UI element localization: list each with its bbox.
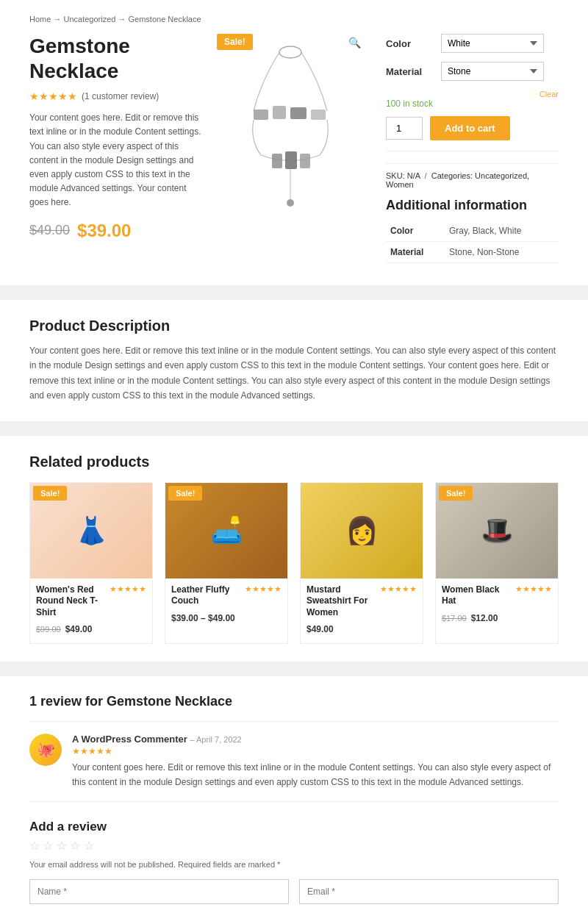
additional-info-table: Color Gray, Black, White Material Stone,…	[386, 221, 559, 263]
product-img-placeholder-3: 👩	[301, 483, 423, 578]
info-color-value: Gray, Black, White	[445, 221, 559, 242]
svg-rect-1	[254, 110, 268, 120]
product-description: Your content goes here. Edit or remove t…	[29, 111, 202, 209]
old-price: $49.00	[29, 223, 70, 238]
color-select[interactable]: White Gray Black	[441, 34, 544, 53]
card-title-4: Women Black Hat	[442, 584, 515, 607]
breadcrumb: Home → Uncategorized → Gemstone Necklace	[29, 15, 559, 24]
material-option-row: Material Stone Non-Stone	[386, 62, 559, 81]
review-header: A WordPress Commenter – April 7, 2022	[72, 734, 559, 745]
card-price-1: $99.00 $49.00	[36, 624, 146, 634]
in-stock-status: 100 in stock	[386, 98, 559, 109]
svg-rect-5	[272, 154, 282, 168]
magnify-icon[interactable]: 🔍	[348, 37, 361, 49]
svg-point-0	[279, 46, 301, 58]
quantity-input[interactable]	[386, 117, 423, 140]
name-field[interactable]	[29, 879, 289, 904]
qty-cart-row: Add to cart	[386, 116, 559, 140]
avatar-image: 🐙	[29, 734, 62, 766]
material-select[interactable]: Stone Non-Stone	[441, 62, 544, 81]
review-text: Your content goes here. Edit or remove t…	[72, 761, 559, 789]
page-wrapper: Home → Uncategorized → Gemstone Necklace…	[0, 0, 588, 910]
svg-point-8	[287, 199, 294, 207]
review-date: –	[190, 735, 196, 744]
info-material-label: Material	[386, 242, 445, 263]
review-count: (1 customer review)	[82, 91, 159, 101]
card-title-2: Leather Fluffy Couch	[171, 584, 245, 607]
svg-rect-7	[300, 154, 310, 168]
description-title: Product Description	[29, 318, 559, 334]
reviews-section: 1 review for Gemstone Necklace 🐙 A WordP…	[0, 676, 588, 910]
card-new-price-4: $12.00	[471, 613, 498, 623]
product-left: Gemstone Necklace ★★★★★ (1 customer revi…	[29, 34, 202, 263]
related-card-2[interactable]: Sale! 🛋️ Leather Fluffy Couch ★★★★★ $39.…	[165, 482, 288, 645]
sale-badge: Sale!	[217, 34, 253, 50]
card-title-stars-3: Mustard Sweatshirt For Women ★★★★★	[306, 584, 417, 622]
sku-label: SKU:	[386, 171, 405, 180]
sale-badge-2: Sale!	[168, 486, 202, 501]
product-section: Home → Uncategorized → Gemstone Necklace…	[0, 0, 588, 285]
related-img-2: Sale! 🛋️	[165, 483, 287, 578]
product-options: Color White Gray Black Material Stone No…	[379, 34, 559, 263]
sale-badge-4: Sale!	[439, 486, 473, 501]
sku-value: N/A	[407, 171, 420, 180]
related-img-4: Sale! 🎩	[436, 483, 558, 578]
svg-rect-4	[311, 110, 326, 120]
necklace-illustration	[224, 37, 356, 221]
star-1[interactable]: ☆	[29, 839, 40, 852]
reviewer-avatar: 🐙	[29, 734, 62, 766]
add-to-cart-button[interactable]: Add to cart	[430, 116, 510, 140]
stars-row: ★★★★★ (1 customer review)	[29, 90, 202, 102]
add-review-section: Add a review ☆ ☆ ☆ ☆ ☆ Your email addres…	[29, 820, 559, 910]
related-card-1[interactable]: Sale! 👗 Women's Red Round Neck T-Shirt ★…	[29, 482, 153, 645]
new-price: $39.00	[77, 221, 131, 241]
related-card-3[interactable]: 👩 Mustard Sweatshirt For Women ★★★★★ $49…	[300, 482, 423, 645]
product-image	[217, 34, 364, 225]
star-4[interactable]: ☆	[70, 839, 80, 852]
card-price-range-2: $39.00 – $49.00	[171, 613, 235, 623]
clear-link[interactable]: Clear	[386, 90, 559, 98]
rating-stars: ★★★★★	[29, 90, 77, 102]
material-label: Material	[386, 66, 434, 77]
card-title-stars-1: Women's Red Round Neck T-Shirt ★★★★★	[36, 584, 146, 622]
product-layout: Gemstone Necklace ★★★★★ (1 customer revi…	[29, 34, 559, 263]
sku-info: SKU: N/A / Categories: Uncategorized, Wo…	[386, 163, 559, 189]
related-products-grid: Sale! 👗 Women's Red Round Neck T-Shirt ★…	[29, 482, 559, 645]
card-price-only-3: $49.00	[306, 624, 334, 634]
svg-rect-2	[273, 106, 286, 119]
email-field[interactable]	[299, 879, 559, 904]
reviews-title: 1 review for Gemstone Necklace	[29, 694, 559, 709]
info-material-row: Material Stone, Non-Stone	[386, 242, 559, 263]
color-label: Color	[386, 38, 434, 49]
card-price-2: $39.00 – $49.00	[171, 613, 282, 623]
card-title-1: Women's Red Round Neck T-Shirt	[36, 584, 110, 619]
related-card-4[interactable]: Sale! 🎩 Women Black Hat ★★★★★ $17.00 $12…	[435, 482, 559, 645]
rating-input-stars[interactable]: ☆ ☆ ☆ ☆ ☆	[29, 839, 559, 853]
review-item-1: 🐙 A WordPress Commenter – April 7, 2022 …	[29, 734, 559, 789]
star-5[interactable]: ☆	[84, 839, 94, 852]
color-option-row: Color White Gray Black	[386, 34, 559, 53]
additional-info-title: Additional information	[386, 198, 559, 213]
review-stars: ★★★★★	[72, 746, 559, 756]
card-stars-1: ★★★★★	[110, 584, 146, 594]
related-img-1: Sale! 👗	[30, 483, 152, 578]
card-old-price-4: $17.00	[442, 614, 467, 623]
product-image-area: Sale! 🔍	[217, 34, 364, 263]
star-3[interactable]: ☆	[57, 839, 67, 852]
related-products-title: Related products	[29, 454, 559, 470]
info-color-row: Color Gray, Black, White	[386, 221, 559, 242]
price-row: $49.00 $39.00	[29, 221, 202, 241]
related-img-3: 👩	[301, 483, 423, 578]
card-bottom-4: Women Black Hat ★★★★★ $17.00 $12.00	[436, 578, 558, 623]
review-author: A WordPress Commenter	[72, 734, 187, 745]
card-bottom-3: Mustard Sweatshirt For Women ★★★★★ $49.0…	[301, 578, 423, 635]
card-stars-4: ★★★★★	[515, 584, 552, 594]
info-color-label: Color	[386, 221, 445, 242]
star-2[interactable]: ☆	[43, 839, 53, 852]
card-new-price-1: $49.00	[65, 624, 93, 634]
review-content-1: A WordPress Commenter – April 7, 2022 ★★…	[72, 734, 559, 789]
review-date-value: April 7, 2022	[196, 735, 242, 744]
card-title-stars-4: Women Black Hat ★★★★★	[442, 584, 552, 610]
info-material-value: Stone, Non-Stone	[445, 242, 559, 263]
card-bottom-1: Women's Red Round Neck T-Shirt ★★★★★ $99…	[30, 578, 152, 635]
